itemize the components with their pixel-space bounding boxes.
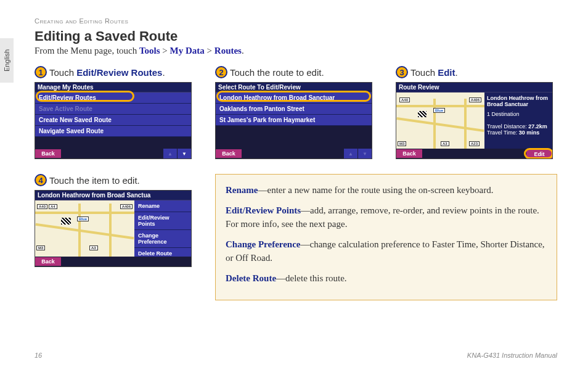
route-item-2[interactable]: Oaklands from Panton Street: [216, 104, 372, 115]
flag-icon: [61, 218, 71, 225]
back-button[interactable]: Back: [216, 149, 242, 158]
page-number: 16: [35, 352, 42, 359]
flag-icon: [418, 111, 427, 117]
breadcrumb: Creating and Editing Routes: [35, 17, 557, 25]
step-2: 2 Touch the route to edit. Select Route …: [215, 66, 372, 159]
step-number-2: 2: [215, 66, 227, 78]
step-4: 4 Touch the item to edit. London Heathro…: [35, 174, 192, 300]
back-button[interactable]: Back: [35, 257, 61, 266]
language-tab: English: [0, 38, 14, 83]
description-box: Rename—enter a new name for the route us…: [215, 174, 557, 300]
option-edit-points[interactable]: Edit/Review Points: [134, 212, 191, 230]
menu-navigate[interactable]: Navigate Saved Route: [35, 126, 191, 137]
step-number-1: 1: [35, 66, 47, 78]
down-arrow-icon[interactable]: ▼: [178, 149, 191, 159]
manual-name: KNA-G431 Instruction Manual: [467, 352, 557, 359]
edit-button[interactable]: Edit: [526, 150, 552, 159]
up-arrow-icon[interactable]: ▲: [344, 149, 357, 159]
page-title: Editing a Saved Route: [35, 28, 557, 44]
down-arrow-icon[interactable]: ▼: [358, 149, 372, 159]
option-change-pref[interactable]: Change Preference: [134, 230, 191, 248]
step-3: 3 Touch Edit. Route Review A40 A406 Blue…: [396, 66, 553, 159]
intro-text: From the Menu page, touch Tools > My Dat…: [35, 46, 557, 56]
screen-edit-options: London Heathrow from Broad Sanctua A40 A…: [35, 190, 192, 267]
screen-route-review: Route Review A40 A406 Blue M3 A3 A23 A24…: [396, 82, 553, 159]
up-arrow-icon[interactable]: ▲: [163, 149, 177, 159]
step-number-3: 3: [396, 66, 408, 78]
back-button[interactable]: Back: [396, 149, 422, 158]
screen-select-route: Select Route To Edit/Review London Heath…: [215, 82, 372, 159]
route-item-1[interactable]: London Heathrow from Broad Sanctuar: [216, 93, 372, 104]
menu-edit-review[interactable]: Edit/Review Routes: [35, 93, 191, 104]
step-1: 1 Touch Edit/Review Routes. Manage My Ro…: [35, 66, 192, 159]
step-number-4: 4: [35, 174, 47, 186]
screen-manage-routes: Manage My Routes Edit/Review Routes Save…: [35, 82, 192, 159]
route-item-3[interactable]: St James's Park from Haymarket: [216, 115, 372, 126]
menu-create-new[interactable]: Create New Saved Route: [35, 115, 191, 126]
option-rename[interactable]: Rename: [134, 200, 191, 212]
back-button[interactable]: Back: [35, 149, 61, 158]
menu-save-active[interactable]: Save Active Route: [35, 104, 191, 115]
